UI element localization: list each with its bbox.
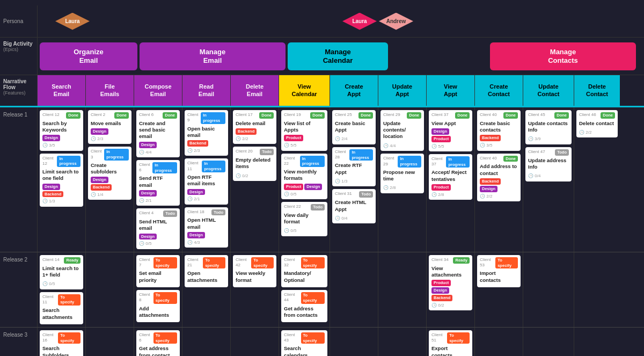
feature-create-appt: CreateAppt: [330, 75, 378, 106]
r3-create-appt: [330, 328, 378, 356]
card-create-rtf-appt[interactable]: Client 28In progress Create RTF Appt 🕒 1…: [332, 147, 376, 187]
r1-delete-contact: Client 46Done Delete contact 🕒 2/2: [574, 107, 620, 252]
release1-label: Release 1: [0, 107, 38, 252]
r2-search-email: Client 14Ready Limit search to 1+ field …: [38, 252, 86, 327]
feature-read-email: ReadEmail: [182, 75, 231, 106]
card-move-emails[interactable]: Client 2Done Move emails Design 🕒 2/3: [88, 110, 131, 144]
r3-update-contact: [523, 328, 574, 356]
features-label: Narrative Flow (Features): [0, 75, 38, 106]
card-empty-deleted[interactable]: Client 20Todo Empty deleted items 🕒 0/2: [233, 147, 276, 181]
r1-file-emails: Client 2Done Move emails Design 🕒 2/3 Cl…: [86, 107, 134, 252]
card-search-calendars[interactable]: Client 43To specify Search calendars: [281, 330, 327, 356]
diamond-laura-mid: Laura: [342, 13, 377, 30]
r1-create-appt: Client 25Done Create basic Appt 🕒 2/4 Cl…: [330, 107, 378, 252]
r1-create-contact: Client 40Done Create basic contacts Back…: [475, 107, 523, 252]
persona-row: Persona Laura Laura Andrew: [0, 5, 644, 38]
feature-create-contact: CreateContact: [475, 75, 523, 106]
features-row: Narrative Flow (Features) SearchEmail Fi…: [0, 75, 644, 107]
feature-compose-email: ComposeEmail: [134, 75, 182, 106]
card-open-attachments[interactable]: Client 21To specify Open attachments: [185, 255, 228, 287]
card-search-subfolders[interactable]: Client 16To specify Search Subfolders: [40, 330, 83, 356]
card-import-contacts[interactable]: Client 53To specify Import contacts: [477, 255, 521, 287]
feature-update-contact: UpdateContact: [523, 75, 574, 106]
card-add-address[interactable]: Client 40Done Add address to contact Bac…: [477, 154, 521, 201]
card-view-list-appts[interactable]: Client 19Done View list of Appts Product…: [281, 110, 327, 151]
release2-cols: Client 14Ready Limit search to 1+ field …: [38, 252, 644, 327]
card-delete-email[interactable]: Client 17Done Delete email Backend 🕒 2/2: [233, 110, 276, 144]
card-create-basic-appt[interactable]: Client 25Done Create basic Appt 🕒 2/4: [332, 110, 376, 144]
epic-organize-email: OrganizeEmail: [40, 42, 137, 70]
card-view-weekly[interactable]: Client 42To specify View weekly format: [233, 255, 276, 287]
epic-manage-contacts: ManageContacts: [490, 42, 636, 70]
card-limit-1field[interactable]: Client 14Ready Limit search to 1+ field …: [40, 255, 83, 289]
r2-create-contact: Client 53To specify Import contacts: [475, 252, 523, 327]
release1-cols: Client 12Done Search by Keywords Design …: [38, 107, 644, 252]
card-create-basic-contacts[interactable]: Client 40Done Create basic contacts Back…: [477, 110, 521, 151]
card-open-html[interactable]: Client 18Todo Open HTML email Design 🕒 4…: [185, 207, 228, 248]
card-export-contacts[interactable]: Client 51To specify Export contacts: [429, 330, 472, 356]
card-view-attachments[interactable]: Client 34Ready View attachments ProductD…: [429, 255, 472, 310]
card-create-send-basic[interactable]: Client 6Done Create and send basic email…: [136, 110, 180, 157]
card-open-basic-email[interactable]: Client 9In progress Open basic email Bac…: [185, 110, 228, 156]
release3-row: Release 3 Client 16To specify Search Sub…: [0, 328, 644, 356]
card-delete-contact[interactable]: Client 46Done Delete contact 🕒 2/2: [576, 110, 618, 137]
feature-update-appt: UpdateAppt: [378, 75, 427, 106]
card-propose-time[interactable]: Client 29In progress Propose new time 🕒 …: [380, 154, 424, 193]
card-add-attachments[interactable]: Client 8To specify Add attachments: [136, 290, 180, 322]
r1-update-appt: Client 29Done Update contents/ location …: [378, 107, 427, 252]
r1-delete-email: Client 17Done Delete email Backend 🕒 2/2…: [231, 107, 279, 252]
r3-create-contact: [475, 328, 523, 356]
r3-compose: Client 6To specify Get address from cont…: [134, 328, 182, 356]
card-set-priority[interactable]: Client 7To specify Set email priority: [136, 255, 180, 287]
feature-delete-contact: DeleteContact: [574, 75, 620, 106]
personas-mid: Laura Andrew: [342, 13, 413, 30]
card-view-appt[interactable]: Client 37Done View Appt DesignProduct 🕒 …: [429, 110, 472, 151]
r3-delete-contact: [574, 328, 620, 356]
card-view-monthly[interactable]: Client 22In progress View monthly format…: [281, 154, 327, 199]
r2-update-appt: [378, 252, 427, 327]
card-search-keywords[interactable]: Client 12Done Search by Keywords Design …: [40, 110, 83, 151]
card-update-address-info[interactable]: Client 47Todo Update address Info 🕒 0/4: [525, 147, 572, 181]
diamond-laura-left: Laura: [55, 13, 90, 30]
card-send-rtf[interactable]: Client 6In progress Send RTF email Desig…: [136, 160, 180, 206]
r2-read: Client 21To specify Open attachments: [182, 252, 231, 327]
r1-compose: Client 6Done Create and send basic email…: [134, 107, 182, 252]
card-mandatory-optional[interactable]: Client 32To specify Mandatory/ Optional: [281, 255, 327, 287]
card-send-html[interactable]: Client 4Todo Send HTML email Design 🕒 0/…: [136, 208, 180, 249]
card-limit-search[interactable]: Client 12In progress Limit search to one…: [40, 154, 83, 207]
r1-view-cal: Client 19Done View list of Appts Product…: [279, 107, 330, 252]
r3-search-email: Client 16To specify Search Subfolders: [38, 328, 86, 356]
card-open-rtf[interactable]: Client 11In progress Open RTF email item…: [185, 158, 228, 204]
feature-view-appt: ViewAppt: [427, 75, 475, 106]
epics-label: Big Activity (Epics): [0, 38, 38, 75]
feature-search-email: SearchEmail: [38, 75, 86, 106]
persona-area: Laura Laura Andrew: [38, 5, 644, 37]
card-create-subfolders[interactable]: Client 3In progress Create subfolders De…: [88, 147, 131, 200]
r2-update-contact: [523, 252, 574, 327]
release3-cols: Client 16To specify Search Subfolders Cl…: [38, 328, 644, 356]
feature-file-emails: FileEmails: [86, 75, 134, 106]
card-update-contents[interactable]: Client 29Done Update contents/ location …: [380, 110, 424, 151]
r1-read: Client 9In progress Open basic email Bac…: [182, 107, 231, 252]
r2-view-appt: Client 34Ready View attachments ProductD…: [427, 252, 475, 327]
r2-view-cal: Client 32To specify Mandatory/ Optional …: [279, 252, 330, 327]
card-create-html-appt[interactable]: Client 31Todo Create HTML Appt 🕒 0/4: [332, 189, 376, 223]
card-update-contacts-info[interactable]: Client 45Done Update contacts Info 🕒 3/9: [525, 110, 572, 144]
board: Persona Laura Laura Andrew Bi: [0, 0, 644, 356]
r2-create-appt: [330, 252, 378, 327]
r2-file-emails: [86, 252, 134, 327]
r2-delete-email: Client 42To specify View weekly format: [231, 252, 279, 327]
card-get-address-contact[interactable]: Client 6To specify Get address from cont…: [136, 330, 180, 356]
card-search-attachments[interactable]: Client 11To specify Search attachments: [40, 292, 83, 324]
r2-delete-contact: [574, 252, 620, 327]
release1-row: Release 1 Client 12Done Search by Keywor…: [0, 107, 644, 252]
card-accept-reject[interactable]: Client 37In progress Accept/ Reject tent…: [429, 154, 472, 200]
r3-read: [182, 328, 231, 356]
diamond-andrew: Andrew: [379, 13, 413, 30]
card-get-address-contacts[interactable]: Client 44To specify Get address from con…: [281, 290, 327, 322]
r2-compose: Client 7To specify Set email priority Cl…: [134, 252, 182, 327]
feature-delete-email: DeleteEmail: [231, 75, 279, 106]
epics-row: Big Activity (Epics) OrganizeEmail Manag…: [0, 38, 644, 75]
epic-manage-calendar: ManageCalendar: [288, 42, 388, 70]
card-view-daily[interactable]: Client 22Todo View daily format 🕒 0/5: [281, 202, 327, 236]
